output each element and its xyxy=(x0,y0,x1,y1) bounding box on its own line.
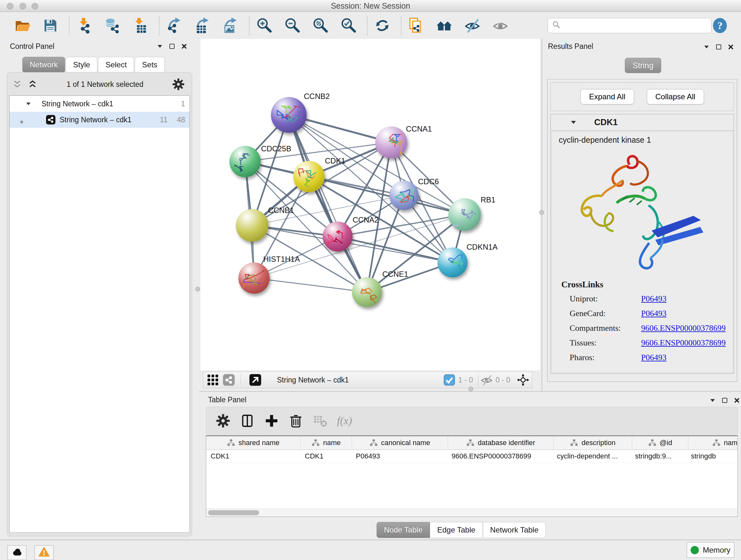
column-header--id[interactable]: @id xyxy=(632,436,688,449)
scrollbar-thumb[interactable] xyxy=(208,510,259,515)
column-header-name[interactable]: name xyxy=(300,436,352,449)
import-network-file-button[interactable] xyxy=(74,16,94,35)
crosslink-link[interactable]: P06493 xyxy=(641,294,666,304)
svg-text:?: ? xyxy=(718,19,723,31)
right-splitter-handle[interactable] xyxy=(539,210,544,215)
tab-network-table[interactable]: Network Table xyxy=(483,522,546,538)
help-button[interactable]: ? xyxy=(712,17,728,34)
column-header-canonical-name[interactable]: canonical name xyxy=(352,436,448,449)
zoom-out-button[interactable] xyxy=(282,16,302,35)
table-panel-collapse-button[interactable] xyxy=(708,395,718,405)
gear-icon[interactable] xyxy=(172,78,185,91)
crosslink-link[interactable]: P06493 xyxy=(641,309,666,318)
hide-graphics-button[interactable] xyxy=(462,16,482,35)
results-panel-float-button[interactable] xyxy=(714,42,724,52)
network-row[interactable]: String Network – cdk1 11 48 xyxy=(10,112,190,128)
save-session-button[interactable] xyxy=(40,16,61,35)
horizontal-scrollbar[interactable] xyxy=(206,509,738,516)
tab-string[interactable]: String xyxy=(625,58,661,73)
table-cell[interactable]: CDK1 xyxy=(300,450,351,462)
export-table-button[interactable] xyxy=(192,16,212,35)
selected-checkbox-icon[interactable] xyxy=(443,374,456,386)
tab-style[interactable]: Style xyxy=(66,57,97,73)
expand-all-button[interactable]: Expand All xyxy=(581,89,634,105)
network-node-hist1h1a[interactable] xyxy=(239,262,270,294)
show-graphics-button[interactable] xyxy=(490,16,511,35)
node-table[interactable]: shared namenamecanonical namedatabase id… xyxy=(206,435,738,517)
table-panel-float-button[interactable] xyxy=(720,395,730,405)
column-header-database-identifier[interactable]: database identifier xyxy=(448,436,554,449)
clone-network-button[interactable] xyxy=(406,16,426,35)
collapse-triangle-icon[interactable] xyxy=(25,100,32,107)
show-columns-icon[interactable] xyxy=(240,414,255,428)
zoom-in-button[interactable] xyxy=(254,16,274,35)
table-cell[interactable]: 9606.ENSP00000378699 xyxy=(447,450,552,462)
network-node-ccnb1[interactable] xyxy=(236,209,268,242)
eye-slash-icon[interactable] xyxy=(480,374,493,386)
results-panel-close-button[interactable] xyxy=(726,42,736,52)
tab-network[interactable]: Network xyxy=(22,57,65,73)
column-header-shared-name[interactable]: shared name xyxy=(206,436,300,449)
network-node-ccne1[interactable] xyxy=(352,277,382,307)
network-node-cdk1[interactable] xyxy=(293,161,325,192)
table-cell[interactable]: stringdb:9... xyxy=(630,450,686,462)
tab-node-table[interactable]: Node Table xyxy=(377,522,430,538)
warnings-button[interactable] xyxy=(35,545,54,560)
delete-column-icon[interactable] xyxy=(288,414,303,428)
crosslink-link[interactable]: 9606.ENSP00000378699 xyxy=(641,323,726,333)
refresh-button[interactable] xyxy=(372,16,393,35)
collapse-all-button[interactable]: Collapse All xyxy=(647,89,704,105)
table-cell[interactable]: P06493 xyxy=(351,450,447,462)
table-cell[interactable]: stringdb xyxy=(686,450,738,462)
tab-edge-table[interactable]: Edge Table xyxy=(430,522,483,538)
network-collection-row[interactable]: String Network – cdk1 1 xyxy=(10,96,190,112)
add-column-icon[interactable] xyxy=(264,414,279,428)
overview-button[interactable] xyxy=(434,16,455,35)
control-panel-float-button[interactable] xyxy=(167,42,177,51)
search-input[interactable] xyxy=(561,21,711,30)
network-node-ccna1[interactable] xyxy=(375,126,407,159)
birdseye-grid-icon[interactable] xyxy=(206,374,219,386)
table-panel-close-button[interactable] xyxy=(732,395,741,405)
section-collapse-triangle-icon[interactable] xyxy=(569,118,578,126)
table-row[interactable]: CDK1CDK1P064939606.ENSP00000378699cyclin… xyxy=(206,450,738,463)
network-node-ccna2[interactable] xyxy=(323,222,353,252)
zoom-selected-button[interactable] xyxy=(338,16,359,35)
tab-sets[interactable]: Sets xyxy=(135,57,165,73)
network-type-icon[interactable] xyxy=(222,374,235,386)
crosslink-link[interactable]: 9606.ENSP00000378699 xyxy=(641,338,726,348)
bottom-splitter-handle[interactable] xyxy=(468,387,473,391)
open-session-button[interactable] xyxy=(12,16,32,35)
table-cell[interactable]: CDK1 xyxy=(206,450,300,462)
open-in-window-icon[interactable] xyxy=(249,374,262,386)
export-network-button[interactable] xyxy=(164,16,185,35)
memory-button[interactable]: Memory xyxy=(687,542,734,558)
left-splitter-handle[interactable] xyxy=(195,287,200,292)
network-node-cdc25b[interactable] xyxy=(229,146,261,177)
network-node-ccnb2[interactable] xyxy=(271,97,307,133)
expand-all-icon[interactable] xyxy=(27,79,38,90)
network-node-rb1[interactable] xyxy=(448,198,481,231)
control-panel-close-button[interactable] xyxy=(179,42,189,51)
collapse-all-icon[interactable] xyxy=(12,79,23,90)
control-panel-collapse-button[interactable] xyxy=(155,42,165,51)
network-node-cdc6[interactable] xyxy=(389,181,419,210)
tab-select[interactable]: Select xyxy=(98,57,134,73)
crosshair-icon[interactable] xyxy=(517,374,529,386)
column-header-description[interactable]: description xyxy=(554,436,632,449)
crosslink-row: Uniprot:P06493 xyxy=(569,292,733,306)
export-image-button[interactable] xyxy=(220,16,241,35)
protein-section-header[interactable]: CDK1 xyxy=(551,114,734,131)
results-panel-collapse-button[interactable] xyxy=(702,42,711,52)
zoom-fit-button[interactable] xyxy=(310,16,331,35)
column-header-namespace[interactable]: namespace xyxy=(688,436,738,449)
network-canvas[interactable]: CCNB2CCNA1CDC25BCDK1CDC6RB1CCNB1CCNA2CDK… xyxy=(200,39,540,370)
crosslink-link[interactable]: P06493 xyxy=(641,353,666,362)
import-table-file-button[interactable] xyxy=(130,16,151,35)
table-gear-icon[interactable] xyxy=(216,414,230,428)
search-box[interactable] xyxy=(548,18,712,33)
import-network-database-button[interactable] xyxy=(102,16,123,35)
cloud-button[interactable] xyxy=(7,545,26,560)
table-cell[interactable]: cyclin-dependent ... xyxy=(552,450,630,462)
network-node-cdkn1a[interactable] xyxy=(437,247,468,277)
